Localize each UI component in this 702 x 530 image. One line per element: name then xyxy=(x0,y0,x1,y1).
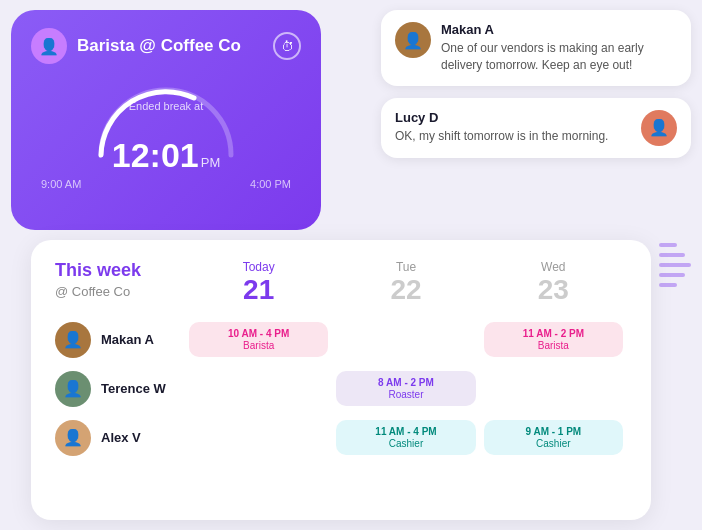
time-ampm: PM xyxy=(201,155,221,170)
terence-name: Terence W xyxy=(101,381,166,396)
makan-cell-1 xyxy=(332,320,479,359)
shift-role: Roaster xyxy=(344,389,467,400)
terence-cell-0 xyxy=(185,369,332,408)
shift-role: Barista xyxy=(492,340,615,351)
chat-sender-2: Lucy D xyxy=(395,110,631,125)
day-num-tue: 22 xyxy=(332,276,479,304)
terence-row-avatar: 👤 xyxy=(55,371,91,407)
deco-line xyxy=(659,283,677,287)
terence-cell-2 xyxy=(480,369,627,408)
day-col-tue: Tue 22 xyxy=(332,260,479,304)
day-label-tue: Tue xyxy=(332,260,479,274)
shift-role: Cashier xyxy=(492,438,615,449)
clock-card: 👤 Barista @ Coffee Co ⏱ Ended break at 1… xyxy=(11,10,321,230)
chat-content-2: Lucy D OK, my shift tomorrow is in the m… xyxy=(395,110,631,145)
chat-bubble-2: 👤 Lucy D OK, my shift tomorrow is in the… xyxy=(381,98,691,158)
deco-line xyxy=(659,243,677,247)
person-terence: 👤 Terence W xyxy=(55,371,185,407)
lucy-avatar: 👤 xyxy=(641,110,677,146)
person-makan: 👤 Makan A xyxy=(55,322,185,358)
week-info: This week @ Coffee Co xyxy=(55,260,185,299)
day-col-wed: Wed 23 xyxy=(480,260,627,304)
day-columns: Today 21 Tue 22 Wed 23 xyxy=(185,260,627,304)
alex-cells: 11 AM - 4 PM Cashier 9 AM - 1 PM Cashier xyxy=(185,418,627,457)
deco-line xyxy=(659,263,691,267)
alex-cell-0 xyxy=(185,418,332,457)
schedule-header: This week @ Coffee Co Today 21 Tue 22 We… xyxy=(55,260,627,304)
shift-block: 9 AM - 1 PM Cashier xyxy=(484,420,623,455)
shift-block: 10 AM - 4 PM Barista xyxy=(189,322,328,357)
shift-block: 11 AM - 4 PM Cashier xyxy=(336,420,475,455)
shift-role: Barista xyxy=(197,340,320,351)
chat-area: 👤 Makan A One of our vendors is making a… xyxy=(381,10,691,158)
chat-sender-1: Makan A xyxy=(441,22,677,37)
deco-line xyxy=(659,273,685,277)
shift-time: 10 AM - 4 PM xyxy=(197,328,320,339)
time-value: 12:01 xyxy=(112,138,199,172)
shift-time: 11 AM - 2 PM xyxy=(492,328,615,339)
app-container: 👤 Barista @ Coffee Co ⏱ Ended break at 1… xyxy=(11,10,691,520)
shift-block: 11 AM - 2 PM Barista xyxy=(484,322,623,357)
makan-row-avatar: 👤 xyxy=(55,322,91,358)
table-row: 👤 Alex V 11 AM - 4 PM Cashier 9 AM - 1 P… xyxy=(55,418,627,457)
chat-text-2: OK, my shift tomorrow is in the morning. xyxy=(395,128,631,145)
alex-cell-1: 11 AM - 4 PM Cashier xyxy=(332,418,479,457)
makan-avatar: 👤 xyxy=(395,22,431,58)
makan-cell-0: 10 AM - 4 PM Barista xyxy=(185,320,332,359)
arc-gauge: Ended break at 12:01 PM xyxy=(86,80,246,170)
time-range: 9:00 AM 4:00 PM xyxy=(31,178,301,190)
shift-time: 11 AM - 4 PM xyxy=(344,426,467,437)
time-end: 4:00 PM xyxy=(250,178,291,190)
shift-role: Cashier xyxy=(344,438,467,449)
alex-name: Alex V xyxy=(101,430,141,445)
chat-bubble-1: 👤 Makan A One of our vendors is making a… xyxy=(381,10,691,86)
card-header: 👤 Barista @ Coffee Co ⏱ xyxy=(31,28,301,64)
makan-name: Makan A xyxy=(101,332,154,347)
makan-cell-2: 11 AM - 2 PM Barista xyxy=(480,320,627,359)
week-title: This week xyxy=(55,260,185,282)
clock-area: Ended break at 12:01 PM 9:00 AM 4:00 PM xyxy=(31,80,301,190)
card-title: Barista @ Coffee Co xyxy=(77,36,263,56)
day-label-wed: Wed xyxy=(480,260,627,274)
alex-cell-2: 9 AM - 1 PM Cashier xyxy=(480,418,627,457)
person-alex: 👤 Alex V xyxy=(55,420,185,456)
alex-row-avatar: 👤 xyxy=(55,420,91,456)
time-start: 9:00 AM xyxy=(41,178,81,190)
clock-icon[interactable]: ⏱ xyxy=(273,32,301,60)
terence-cell-1: 8 AM - 2 PM Roaster xyxy=(332,369,479,408)
deco-line xyxy=(659,253,685,257)
user-avatar: 👤 xyxy=(31,28,67,64)
day-num-today: 21 xyxy=(185,276,332,304)
day-col-today: Today 21 xyxy=(185,260,332,304)
chat-text-1: One of our vendors is making an early de… xyxy=(441,40,677,74)
shift-time: 9 AM - 1 PM xyxy=(492,426,615,437)
shift-time: 8 AM - 2 PM xyxy=(344,377,467,388)
time-display: 12:01 PM xyxy=(112,138,220,172)
terence-cells: 8 AM - 2 PM Roaster xyxy=(185,369,627,408)
schedule-rows: 👤 Makan A 10 AM - 4 PM Barista 11 AM - 2… xyxy=(55,320,627,457)
chat-content-1: Makan A One of our vendors is making an … xyxy=(441,22,677,74)
shift-block: 8 AM - 2 PM Roaster xyxy=(336,371,475,406)
schedule-card: This week @ Coffee Co Today 21 Tue 22 We… xyxy=(31,240,651,520)
table-row: 👤 Makan A 10 AM - 4 PM Barista 11 AM - 2… xyxy=(55,320,627,359)
table-row: 👤 Terence W 8 AM - 2 PM Roaster xyxy=(55,369,627,408)
deco-lines xyxy=(659,243,691,287)
break-label: Ended break at xyxy=(129,100,204,112)
week-sub: @ Coffee Co xyxy=(55,284,185,299)
day-num-wed: 23 xyxy=(480,276,627,304)
day-label-today: Today xyxy=(185,260,332,274)
makan-cells: 10 AM - 4 PM Barista 11 AM - 2 PM Barist… xyxy=(185,320,627,359)
